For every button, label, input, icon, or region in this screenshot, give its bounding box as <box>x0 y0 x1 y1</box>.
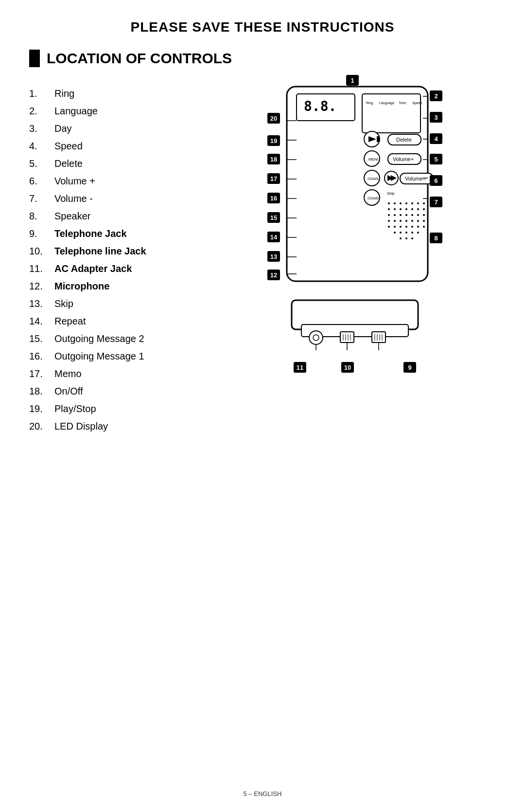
item-label: Play/Stop <box>54 402 96 415</box>
svg-text:Volume–: Volume– <box>405 176 426 181</box>
svg-text:8.8.: 8.8. <box>304 98 336 114</box>
svg-point-33 <box>423 202 425 204</box>
item-number: 5. <box>29 157 54 170</box>
svg-point-34 <box>388 208 390 210</box>
page-container: PLEASE SAVE THESE INSTRUCTIONS LOCATION … <box>0 0 525 812</box>
svg-rect-3 <box>362 94 420 133</box>
svg-point-35 <box>394 208 396 210</box>
svg-point-27 <box>388 202 390 204</box>
list-item: 7.Volume - <box>29 192 214 205</box>
svg-text:Ring: Ring <box>366 101 373 105</box>
badge-1: 1 <box>346 75 359 86</box>
svg-rect-95 <box>372 332 385 343</box>
svg-point-29 <box>400 202 402 204</box>
badge-17: 17 <box>267 173 280 184</box>
svg-point-56 <box>394 226 396 228</box>
svg-point-55 <box>388 226 390 228</box>
svg-point-39 <box>417 208 419 210</box>
svg-point-45 <box>411 214 413 216</box>
bottom-device: 11 10 9 <box>287 298 423 358</box>
svg-point-31 <box>411 202 413 204</box>
svg-point-38 <box>411 208 413 210</box>
list-item: 19.Play/Stop <box>29 402 214 415</box>
badge-14: 14 <box>267 232 280 242</box>
item-label: Day <box>54 122 72 135</box>
section-title: LOCATION OF CONTROLS <box>29 50 496 67</box>
item-label: LED Display <box>54 419 108 433</box>
bottom-device-svg <box>287 298 423 356</box>
badge-15: 15 <box>267 212 280 223</box>
badge-16: 16 <box>267 193 280 203</box>
svg-point-50 <box>400 220 402 222</box>
badge-6: 6 <box>430 175 442 186</box>
badge-19: 19 <box>267 135 280 146</box>
item-number: 19. <box>29 402 54 415</box>
item-number: 14. <box>29 314 54 328</box>
list-item: 1.Ring <box>29 87 214 100</box>
item-number: 8. <box>29 209 54 223</box>
item-label: Delete <box>54 157 83 170</box>
item-number: 7. <box>29 192 54 205</box>
item-number: 6. <box>29 174 54 188</box>
main-device: 1 2 3 4 5 6 7 8 20 19 <box>272 82 438 293</box>
list-item: 2.Language <box>29 104 214 118</box>
svg-text:MENU: MENU <box>368 157 380 162</box>
svg-point-63 <box>400 232 402 234</box>
list-item: 13.Skip <box>29 297 214 310</box>
svg-point-68 <box>405 237 407 239</box>
svg-point-89 <box>313 335 319 341</box>
main-title: PLEASE SAVE THESE INSTRUCTIONS <box>29 19 496 35</box>
item-label: Speed <box>54 139 83 153</box>
device-svg: 8.8. Ring Language Time Speed <box>272 82 438 291</box>
svg-rect-90 <box>340 332 354 343</box>
item-number: 2. <box>29 104 54 118</box>
item-label: Microphone <box>54 279 109 293</box>
footer-text: 5 – ENGLISH <box>0 790 525 797</box>
item-number: 10. <box>29 244 54 258</box>
item-label: Memo <box>54 367 82 380</box>
badge-4: 4 <box>430 133 442 144</box>
item-number: 20. <box>29 419 54 433</box>
badge-7: 7 <box>430 197 442 207</box>
svg-text:Speed: Speed <box>412 101 422 105</box>
svg-point-48 <box>388 220 390 222</box>
item-label: On/Off <box>54 384 83 398</box>
svg-point-54 <box>423 220 425 222</box>
svg-text:OGM1: OGM1 <box>368 177 379 181</box>
section-title-bar <box>29 50 40 67</box>
diagram-area: 1 2 3 4 5 6 7 8 20 19 <box>214 82 496 437</box>
badge-8: 8 <box>430 233 442 243</box>
svg-point-57 <box>400 226 402 228</box>
list-item: 15.Outgoing Message 2 <box>29 332 214 345</box>
list-item: 4.Speed <box>29 139 214 153</box>
content-area: 1.Ring2.Language3.Day4.Speed5.Delete6.Vo… <box>29 82 496 437</box>
item-label: Outgoing Message 1 <box>54 349 144 363</box>
svg-point-51 <box>405 220 407 222</box>
badge-11-bottom: 11 <box>294 362 306 373</box>
list-item: 16.Outgoing Message 1 <box>29 349 214 363</box>
svg-point-42 <box>394 214 396 216</box>
item-label: Language <box>54 104 98 118</box>
list-item: 17.Memo <box>29 367 214 380</box>
item-number: 15. <box>29 332 54 345</box>
list-item: 9.Telephone Jack <box>29 227 214 240</box>
svg-point-61 <box>423 226 425 228</box>
svg-point-52 <box>411 220 413 222</box>
badge-3: 3 <box>430 112 442 123</box>
svg-point-47 <box>423 214 425 216</box>
svg-point-44 <box>405 214 407 216</box>
svg-point-60 <box>417 226 419 228</box>
item-number: 18. <box>29 384 54 398</box>
svg-point-58 <box>405 226 407 228</box>
svg-point-46 <box>417 214 419 216</box>
item-number: 4. <box>29 139 54 153</box>
svg-point-43 <box>400 214 402 216</box>
list-item: 10.Telephone line Jack <box>29 244 214 258</box>
item-label: Skip <box>54 297 73 310</box>
svg-point-64 <box>405 232 407 234</box>
list-item: 20.LED Display <box>29 419 214 433</box>
item-number: 9. <box>29 227 54 240</box>
list-item: 8.Speaker <box>29 209 214 223</box>
svg-rect-10 <box>377 136 379 142</box>
svg-text:Language: Language <box>379 101 394 105</box>
